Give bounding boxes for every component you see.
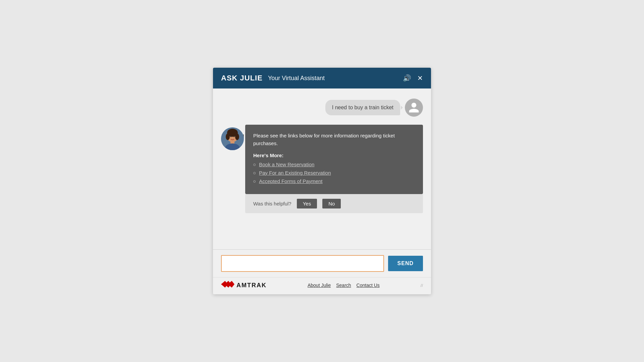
list-item: Accepted Forms of Payment <box>253 178 415 184</box>
user-message-bubble: I need to buy a train ticket <box>325 100 400 115</box>
chat-window: ASK JULIE Your Virtual Assistant 🔊 ✕ I n… <box>213 68 431 294</box>
ask-julie-title: ASK JULIE <box>221 74 263 82</box>
sound-icon[interactable]: 🔊 <box>403 74 411 82</box>
helpful-question: Was this helpful? <box>253 201 291 206</box>
book-reservation-link[interactable]: Book a New Reservation <box>259 162 314 167</box>
accepted-forms-link[interactable]: Accepted Forms of Payment <box>259 178 322 184</box>
julie-message-text: Please see the links below for more info… <box>253 132 415 147</box>
user-avatar-icon <box>408 102 420 114</box>
no-button[interactable]: No <box>322 199 341 208</box>
powered-by-icon: // <box>421 283 423 288</box>
about-julie-link[interactable]: About Julie <box>308 283 331 288</box>
amtrak-logo-text: AMTRAK <box>236 282 267 289</box>
user-avatar <box>405 99 423 117</box>
yes-button[interactable]: Yes <box>297 199 317 208</box>
list-item: Book a New Reservation <box>253 162 415 167</box>
svg-point-3 <box>226 133 230 140</box>
amtrak-logo-svg <box>221 281 234 288</box>
chat-body: I need to buy a train ticket <box>213 88 431 249</box>
close-icon[interactable]: ✕ <box>417 74 423 82</box>
svg-point-7 <box>230 136 231 137</box>
julie-avatar-svg <box>221 127 244 150</box>
user-message-row: I need to buy a train ticket <box>221 99 423 117</box>
svg-point-8 <box>233 136 235 137</box>
chat-footer: AMTRAK About Julie Search Contact Us // <box>213 277 431 294</box>
heres-more-label: Here's More: <box>253 153 415 158</box>
user-message-text: I need to buy a train ticket <box>332 105 393 110</box>
chat-header: ASK JULIE Your Virtual Assistant 🔊 ✕ <box>213 68 431 88</box>
helpful-row: Was this helpful? Yes No <box>245 194 423 213</box>
header-icons: 🔊 ✕ <box>403 74 423 82</box>
virtual-assistant-subtitle: Your Virtual Assistant <box>268 75 325 82</box>
svg-point-4 <box>235 133 239 140</box>
contact-us-link[interactable]: Contact Us <box>357 283 380 288</box>
julie-response-container: Please see the links below for more info… <box>240 125 423 213</box>
footer-links: About Julie Search Contact Us <box>308 283 380 288</box>
send-button[interactable]: SEND <box>388 256 423 271</box>
chat-input[interactable] <box>221 255 384 272</box>
julie-message-row: Please see the links below for more info… <box>221 125 423 213</box>
julie-speech-bubble: Please see the links below for more info… <box>245 125 423 194</box>
chat-input-area: SEND <box>213 249 431 277</box>
pay-existing-reservation-link[interactable]: Pay For an Existing Reservation <box>259 170 331 176</box>
julie-links-list: Book a New Reservation Pay For an Existi… <box>253 162 415 184</box>
amtrak-arrow-icon <box>221 281 234 290</box>
julie-avatar <box>221 127 244 150</box>
search-link[interactable]: Search <box>336 283 351 288</box>
list-item: Pay For an Existing Reservation <box>253 170 415 176</box>
amtrak-logo: AMTRAK <box>221 281 267 290</box>
